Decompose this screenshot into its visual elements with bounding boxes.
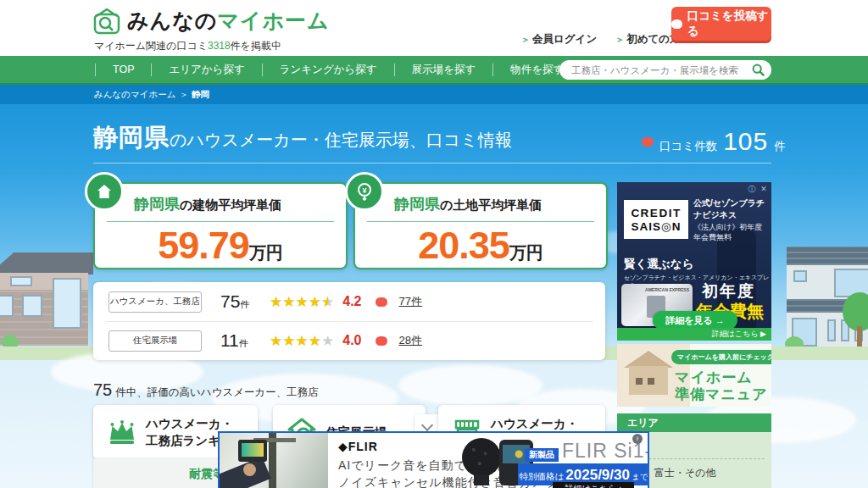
prefecture-name: 静岡県	[93, 121, 170, 155]
land-price-card: ¥ 静岡県の土地平均坪単価 20.35万円	[353, 182, 608, 269]
acoustic-camera-image	[462, 438, 501, 477]
ad-subline: 《法人向け》初年度年会費無料	[693, 223, 768, 242]
title-underline	[93, 163, 771, 164]
logo-house-icon	[93, 8, 120, 35]
credit-saison-logo: CREDIT SAIS◎N	[624, 200, 688, 239]
ad-cta-button[interactable]: 詳細を見る →	[653, 311, 737, 330]
nav-item[interactable]: エリアから探す	[151, 64, 261, 76]
reviews-link[interactable]: 28件	[399, 333, 422, 348]
tree-trunk	[857, 326, 862, 348]
speech-bubble-icon	[376, 297, 387, 307]
listing-count: 75	[220, 291, 240, 311]
card-prefecture: 静岡県	[134, 196, 180, 213]
page-title: 静岡県 のハウスメーカー・住宅展示場、口コミ情報	[93, 121, 512, 155]
price-unit: 万円	[249, 243, 283, 262]
banner-badge: マイホームを購入前にチェック!	[671, 350, 771, 364]
building-price-card: 静岡県の建物平均坪単価 59.79万円	[93, 182, 348, 269]
main-nav: TOPエリアから探すランキングから探す展示場を探す物件を探す	[0, 56, 868, 85]
rating-value: 4.2	[342, 294, 361, 309]
ad-copy: 賢く選ぶなら	[624, 257, 693, 272]
site-search	[559, 60, 771, 80]
nav-item[interactable]: 展示場を探す	[394, 64, 493, 76]
listing-count: 11	[220, 330, 239, 350]
house-illustration-left	[0, 252, 88, 347]
flir-logo: ◆FLIR	[338, 440, 378, 453]
ad-cta-strip[interactable]: 詳細はこちら ▶	[617, 328, 771, 341]
rating-value: 4.0	[342, 333, 361, 348]
ad-headline: 公式/セゾンプラチナビジネス	[693, 197, 768, 220]
search-icon[interactable]	[752, 64, 765, 76]
category-chip: 住宅展示場	[108, 330, 202, 352]
card-label: の土地平均坪単価	[440, 197, 542, 212]
reviews-link[interactable]: 77件	[399, 294, 422, 309]
nav-item[interactable]: ランキングから探す	[262, 64, 394, 76]
saison-ad[interactable]: ⓘ ✕ CREDIT SAIS◎N 公式/セゾンプラチナビジネス 《法人向け》初…	[617, 182, 771, 341]
banner-title-line2: 準備マニュアル	[675, 385, 771, 407]
yen-pin-icon: ¥	[345, 172, 384, 211]
myhome-manual-banner[interactable]: マイホームを購入前にチェック! マイホーム 準備マニュアル	[617, 344, 771, 407]
area-link[interactable]: 富士・その他	[654, 466, 716, 480]
speech-bubble-icon	[642, 137, 654, 147]
house-icon	[85, 172, 124, 211]
chevron-right-icon: ＞	[521, 34, 530, 46]
post-review-button[interactable]: 口コミを投稿する	[671, 7, 771, 41]
login-link[interactable]: ＞会員ログイン	[521, 32, 597, 47]
ad-close-icon[interactable]: ✕	[759, 185, 769, 194]
page: 静岡県 のハウスメーカー・住宅展示場、口コミ情報 口コミ件数 105 件 静岡県…	[0, 0, 868, 488]
review-count-summary: 口コミ件数 105 件	[642, 127, 786, 156]
flir-cta-button[interactable]: 詳細はこちら ›	[553, 482, 634, 488]
area-widget-header: エリア	[617, 413, 771, 432]
breadcrumb-current: 静岡	[192, 89, 209, 101]
building-price-value: 59.79	[158, 224, 249, 267]
site-logo[interactable]: みんなのマイホーム	[93, 7, 330, 35]
page-title-rest: のハウスメーカー・住宅展示場、口コミ情報	[170, 129, 512, 152]
search-input[interactable]	[570, 64, 752, 76]
mini-house-roof	[624, 351, 673, 368]
star-rating: ★★★★★★★★★★	[270, 334, 334, 348]
flir-ad[interactable]: ◆FLIR AIでリーク音を自動で視覚化 ノイズキャンセル機能付き音響カメラ 新…	[218, 431, 649, 488]
review-count-label: 口コミ件数	[659, 139, 717, 154]
card-label: の建物平均坪単価	[180, 197, 281, 212]
breadcrumb: みんなのマイホーム ＞ 静岡	[0, 85, 868, 104]
ad-info-icon[interactable]: i	[632, 434, 643, 444]
land-price-value: 20.35	[418, 224, 509, 267]
category-chip: ハウスメーカ、工務店	[108, 291, 202, 313]
adchoices-icon[interactable]: ⓘ	[747, 185, 757, 194]
site-tagline: マイホーム関連の口コミ3318件を掲載中	[94, 39, 281, 53]
rating-row-exhibition: 住宅展示場 11件 ★★★★★★★★★★ 4.0 28件	[93, 321, 605, 360]
section-heading: 75 件中、評価の高いハウスメーカー、工務店	[93, 380, 319, 400]
price-unit: 万円	[509, 243, 543, 262]
review-count-unit: 件	[774, 139, 786, 154]
flir-ad-photo	[220, 433, 328, 488]
nav-item[interactable]: TOP	[95, 64, 151, 76]
breadcrumb-separator: ＞	[179, 89, 188, 101]
speech-bubble-icon	[376, 336, 387, 346]
svg-text:¥: ¥	[362, 186, 366, 195]
rating-row-housemaker: ハウスメーカ、工務店 75件 ★★★★★★★★★★ 4.2 77件	[93, 282, 605, 321]
card-prefecture: 静岡県	[394, 196, 440, 213]
star-rating: ★★★★★★★★★★	[270, 295, 334, 309]
speech-bubble-icon	[671, 19, 682, 29]
review-count-value: 105	[723, 127, 768, 156]
ratings-summary-card: ハウスメーカ、工務店 75件 ★★★★★★★★★★ 4.2 77件 住宅展示場 …	[93, 282, 605, 360]
crown-icon	[105, 415, 139, 449]
site-header: みんなのマイホーム マイホーム関連の口コミ3318件を掲載中 ＞会員ログイン ＞…	[0, 0, 868, 56]
chevron-right-icon: ＞	[615, 34, 624, 46]
new-product-badge: 新製品	[525, 448, 559, 462]
breadcrumb-home-link[interactable]: みんなのマイホーム	[94, 89, 175, 101]
